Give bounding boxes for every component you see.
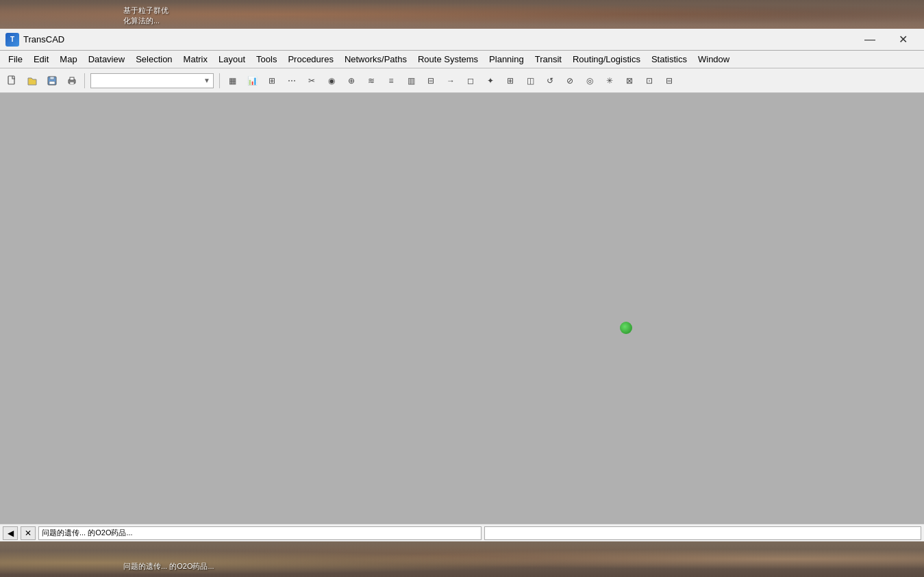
arrow-button[interactable]: → xyxy=(441,71,460,90)
main-canvas xyxy=(0,93,924,541)
menu-edit[interactable]: Edit xyxy=(28,52,54,66)
menu-matrix[interactable]: Matrix xyxy=(178,52,213,66)
toolbar: ▼▦📊⊞⋯✂◉⊕≋≡▥⊟→◻✦⊞◫↺⊘◎✳⊠⊡⊟ xyxy=(0,68,924,93)
svg-rect-2 xyxy=(50,77,54,79)
status-right-panel xyxy=(484,526,922,540)
menu-planning[interactable]: Planning xyxy=(484,52,529,66)
grid2-button[interactable]: ▥ xyxy=(401,71,421,90)
title-bar: T TransCAD — ✕ xyxy=(0,29,924,51)
chart-button[interactable]: 📊 xyxy=(242,71,262,90)
minimize-button[interactable]: — xyxy=(854,30,886,49)
plus-circle-button[interactable]: ⊕ xyxy=(342,71,361,90)
title-text: TransCAD xyxy=(23,34,64,44)
menu-file[interactable]: File xyxy=(3,52,28,66)
svg-rect-0 xyxy=(8,76,14,84)
lines-button[interactable]: ≋ xyxy=(362,71,381,90)
minus-button[interactable]: ⊟ xyxy=(421,71,440,90)
close-button[interactable]: ✕ xyxy=(887,30,919,49)
menu-transit[interactable]: Transit xyxy=(529,52,567,66)
toolbar-separator-2 xyxy=(219,73,220,88)
star-button[interactable]: ✦ xyxy=(481,71,500,90)
title-controls: — ✕ xyxy=(854,30,919,49)
grid-button[interactable]: ⊞ xyxy=(262,71,282,90)
menu-statistics[interactable]: Statistics xyxy=(646,52,692,66)
status-bar: ◀ ✕ 问题的遗传... 的O2O药品... xyxy=(0,524,924,541)
menu-routing_logistics[interactable]: Routing/Logistics xyxy=(567,52,646,66)
no-button[interactable]: ⊘ xyxy=(560,71,579,90)
menu-tools[interactable]: Tools xyxy=(251,52,282,66)
minus2-button[interactable]: ⊟ xyxy=(660,71,679,90)
top-image-text: 基于粒子群优 化算法的... xyxy=(123,5,168,26)
toolbar-separator-1 xyxy=(84,73,85,88)
print-button[interactable] xyxy=(62,71,82,90)
menu-selection[interactable]: Selection xyxy=(130,52,177,66)
split-button[interactable]: ◫ xyxy=(521,71,540,90)
svg-rect-6 xyxy=(70,82,74,84)
nav-back-button[interactable]: ◀ xyxy=(3,526,18,540)
list-button[interactable]: ≡ xyxy=(382,71,401,90)
open-button[interactable] xyxy=(23,71,42,90)
app-icon: T xyxy=(5,33,19,47)
svg-rect-5 xyxy=(70,77,74,80)
save-button[interactable] xyxy=(42,71,62,90)
nav-close-button[interactable]: ✕ xyxy=(21,526,36,540)
bottom-image-text: 问题的遗传... 的O2O药品... xyxy=(123,561,214,572)
status-text: 问题的遗传... 的O2O药品... xyxy=(38,526,482,540)
box-x-button[interactable]: ⊠ xyxy=(620,71,639,90)
menu-route_systems[interactable]: Route Systems xyxy=(412,52,484,66)
menu-networks_paths[interactable]: Networks/Paths xyxy=(339,52,412,66)
menu-dataview[interactable]: Dataview xyxy=(83,52,130,66)
rect-button[interactable]: ◻ xyxy=(461,71,480,90)
dots-button[interactable]: ⋯ xyxy=(282,71,301,90)
svg-rect-3 xyxy=(49,81,55,84)
grid3-button[interactable]: ⊞ xyxy=(501,71,520,90)
title-left: T TransCAD xyxy=(5,33,64,47)
new-button[interactable] xyxy=(3,71,22,90)
asterisk-button[interactable]: ✳ xyxy=(600,71,619,90)
table-button[interactable]: ▦ xyxy=(223,71,242,90)
menu-bar: FileEditMapDataviewSelectionMatrixLayout… xyxy=(0,51,924,68)
menu-map[interactable]: Map xyxy=(54,52,82,66)
circle-button[interactable]: ◉ xyxy=(322,71,341,90)
box2-button[interactable]: ⊡ xyxy=(640,71,659,90)
menu-procedures[interactable]: Procedures xyxy=(282,52,338,66)
cut-button[interactable]: ✂ xyxy=(302,71,321,90)
layer-dropdown[interactable]: ▼ xyxy=(90,73,214,88)
menu-window[interactable]: Window xyxy=(692,52,735,66)
bottom-image-strip: 问题的遗传... 的O2O药品... xyxy=(0,541,924,577)
rotate-button[interactable]: ↺ xyxy=(540,71,560,90)
menu-layout[interactable]: Layout xyxy=(213,52,251,66)
circle2-button[interactable]: ◎ xyxy=(580,71,599,90)
top-image-strip: 基于粒子群优 化算法的... xyxy=(0,0,924,29)
